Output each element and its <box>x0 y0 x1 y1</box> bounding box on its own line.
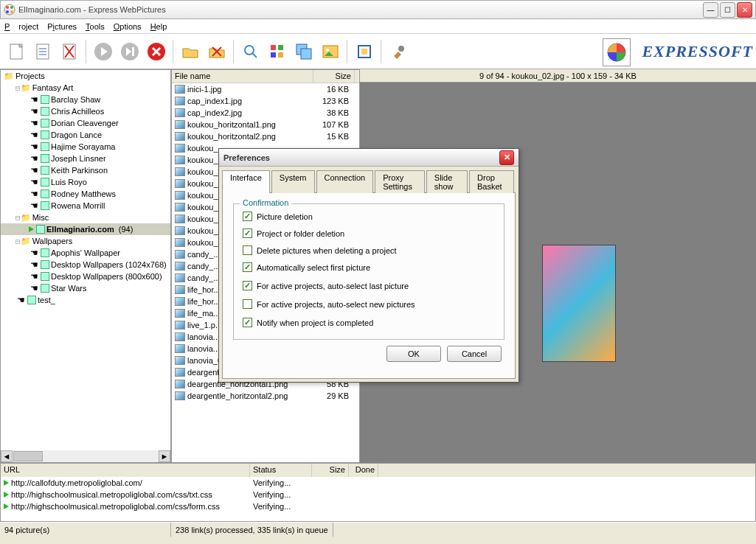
tree-root[interactable]: 📁Projects <box>1 70 170 82</box>
image-icon <box>175 285 185 294</box>
hand-icon <box>29 189 39 199</box>
url-col-status[interactable]: Status <box>250 464 312 477</box>
file-row[interactable]: cap_index1.jpg123 KB <box>172 95 359 107</box>
cancel-button[interactable]: Cancel <box>447 346 502 362</box>
tree-folder-misc[interactable]: ⊟📁Misc <box>1 212 170 223</box>
checkbox[interactable] <box>243 299 252 309</box>
image-icon <box>175 391 185 400</box>
checkbox[interactable] <box>243 229 252 238</box>
url-row[interactable]: http://highschoolmusical.metropoliglobal… <box>1 489 755 501</box>
tree-item[interactable]: Apophis' Wallpaper <box>1 247 170 259</box>
image-icon <box>175 120 185 129</box>
file-col-name[interactable]: File name <box>172 70 313 83</box>
dialog-tab-drop-basket[interactable]: Drop Basket <box>469 170 514 193</box>
file-col-size[interactable]: Size <box>313 70 355 83</box>
tree-item-elimaginario[interactable]: ElImaginario.com (94) <box>1 223 170 235</box>
tree-item[interactable]: Chris Achilleos <box>1 105 170 117</box>
cascade-button[interactable] <box>292 40 316 63</box>
grid-button[interactable] <box>266 40 289 63</box>
dialog-tab-system[interactable]: System <box>271 170 315 193</box>
ok-button[interactable]: OK <box>386 346 441 362</box>
url-col-done[interactable]: Done <box>349 464 378 477</box>
svg-rect-24 <box>278 45 283 50</box>
url-row[interactable]: http://callofduty.metropoliglobal.com/Ve… <box>1 477 755 489</box>
checkbox-label: Delete pictures when deleting a project <box>257 246 397 255</box>
tree-folder-fantasy[interactable]: ⊟📁Fantasy Art <box>1 82 170 94</box>
hand-icon <box>29 248 39 258</box>
dialog-tab-connection[interactable]: Connection <box>316 170 374 193</box>
menu-tools[interactable]: Tools <box>86 22 105 31</box>
picture-button[interactable] <box>319 40 342 63</box>
delete-folder-button[interactable] <box>205 40 229 63</box>
tree-item[interactable]: Desktop Wallpapers (1024x768) <box>1 259 170 271</box>
url-col-url[interactable]: URL <box>1 464 250 477</box>
window-title: ElImaginario.com - Express WebPictures <box>18 5 703 14</box>
svg-rect-32 <box>361 49 367 55</box>
hand-icon <box>29 200 39 211</box>
svg-point-1 <box>6 6 9 9</box>
tree-item[interactable]: Keith Parkinson <box>1 164 170 176</box>
checkbox-label: For active projects, auto-select last pi… <box>257 282 409 290</box>
tree-item-test[interactable]: test_ <box>1 294 170 306</box>
file-row[interactable]: koukou_horitzontal1.png107 KB <box>172 119 359 130</box>
tree-item[interactable]: Star Wars <box>1 282 170 294</box>
tools-button[interactable] <box>386 40 410 63</box>
url-row[interactable]: http://highschoolmusical.metropoliglobal… <box>1 501 755 512</box>
dialog-tab-slide-show[interactable]: Slide show <box>426 170 468 193</box>
checkbox-label: Notify when project is completed <box>257 318 373 327</box>
menu-project[interactable]: Project <box>4 22 38 31</box>
delete-project-button[interactable] <box>58 40 81 63</box>
checkbox[interactable] <box>243 318 252 327</box>
tree-item[interactable]: Joseph Linsner <box>1 153 170 164</box>
file-row[interactable]: inici-1.jpg16 KB <box>172 83 359 95</box>
checkbox[interactable] <box>243 245 252 255</box>
menu-pictures[interactable]: Pictures <box>47 22 77 31</box>
step-button[interactable] <box>118 40 142 63</box>
play-icon <box>4 492 9 498</box>
stop-button[interactable] <box>145 40 168 63</box>
tree-item[interactable]: Rowena Morrill <box>1 200 170 212</box>
project-tree[interactable]: 📁Projects ⊟📁Fantasy Art Barclay ShawChri… <box>0 69 171 463</box>
image-icon <box>175 108 185 117</box>
hand-icon <box>29 153 39 164</box>
dialog-tab-interface[interactable]: Interface <box>222 170 270 193</box>
tree-item[interactable]: Luis Royo <box>1 176 170 188</box>
open-folder-button[interactable] <box>178 40 202 63</box>
svg-point-2 <box>10 6 13 9</box>
dialog-close-button[interactable]: ✕ <box>499 150 514 165</box>
menu-help[interactable]: Help <box>150 22 167 31</box>
minimize-button[interactable]: — <box>703 2 718 18</box>
tree-folder-wallpapers[interactable]: ⊟📁Wallpapers <box>1 235 170 247</box>
status-right: 238 link(s) processed, 335 link(s) in qu… <box>171 523 333 537</box>
edit-project-button[interactable] <box>31 40 55 63</box>
svg-point-0 <box>4 4 15 15</box>
preview-header: 9 of 94 - koukou_02.jpg - 100 x 159 - 34… <box>360 69 756 83</box>
color-wheel-icon[interactable] <box>603 38 631 66</box>
tree-item[interactable]: Desktop Wallpapers (800x600) <box>1 271 170 282</box>
new-project-button[interactable] <box>4 40 28 63</box>
maximize-button[interactable]: ☐ <box>720 2 735 18</box>
play-icon <box>29 226 34 232</box>
dialog-tab-proxy-settings[interactable]: Proxy Settings <box>375 170 425 193</box>
file-row[interactable]: cap_index2.jpg38 KB <box>172 107 359 119</box>
menubar: Project Pictures Tools Options Help <box>0 19 756 34</box>
close-button[interactable]: ✕ <box>737 2 752 18</box>
play-button[interactable] <box>91 40 115 63</box>
tree-item[interactable]: Hajime Sorayama <box>1 141 170 153</box>
checkbox[interactable] <box>243 262 252 272</box>
tree-scrollbar[interactable]: ◄► <box>1 450 170 462</box>
fullscreen-button[interactable] <box>353 40 376 63</box>
tree-item[interactable]: Rodney Matthews <box>1 188 170 200</box>
tree-item[interactable]: Dorian Cleavenger <box>1 117 170 129</box>
url-col-size[interactable]: Size <box>312 464 349 477</box>
tree-item[interactable]: Barclay Shaw <box>1 94 170 105</box>
file-row[interactable]: koukou_horitzontal2.png15 KB <box>172 130 359 142</box>
file-row[interactable]: deargentle_horitzontal2.png29 KB <box>172 390 359 402</box>
url-panel: URL Status Size Done http://callofduty.m… <box>0 463 756 522</box>
search-button[interactable] <box>239 40 263 63</box>
checkbox[interactable] <box>243 281 252 290</box>
tree-item[interactable]: Dragon Lance <box>1 129 170 141</box>
titlebar: ElImaginario.com - Express WebPictures —… <box>0 0 756 19</box>
checkbox[interactable] <box>243 212 252 221</box>
menu-options[interactable]: Options <box>114 22 142 31</box>
